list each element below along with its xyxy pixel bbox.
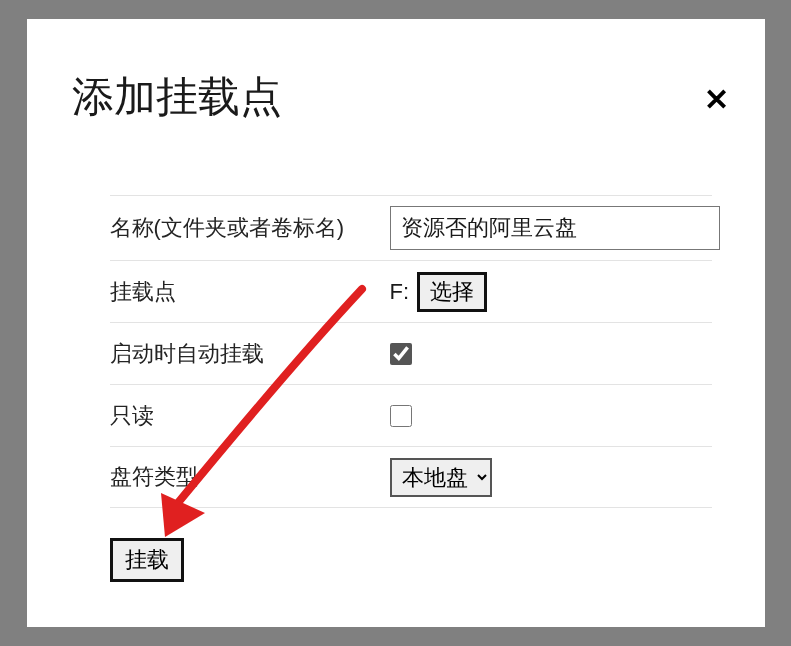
mount-form: 名称(文件夹或者卷标名) 挂载点 F: 选择 启动时自动挂载 只读 xyxy=(110,195,712,508)
add-mountpoint-modal: 添加挂载点 ✕ 名称(文件夹或者卷标名) 挂载点 F: 选择 启动时自动挂载 只… xyxy=(27,19,765,627)
row-name: 名称(文件夹或者卷标名) xyxy=(110,195,712,260)
mountpoint-label: 挂载点 xyxy=(110,277,390,307)
automount-label: 启动时自动挂载 xyxy=(110,339,390,369)
drive-letter: F: xyxy=(390,279,410,305)
automount-checkbox[interactable] xyxy=(390,343,412,365)
row-readonly: 只读 xyxy=(110,384,712,446)
name-input[interactable] xyxy=(390,206,720,250)
drivetype-select[interactable]: 本地盘 xyxy=(390,458,492,497)
close-icon[interactable]: ✕ xyxy=(704,85,729,115)
readonly-checkbox[interactable] xyxy=(390,405,412,427)
drivetype-label: 盘符类型 xyxy=(110,462,390,492)
mount-button[interactable]: 挂载 xyxy=(110,538,184,582)
name-label: 名称(文件夹或者卷标名) xyxy=(110,213,390,243)
row-automount: 启动时自动挂载 xyxy=(110,322,712,384)
row-drivetype: 盘符类型 本地盘 xyxy=(110,446,712,508)
select-drive-button[interactable]: 选择 xyxy=(417,272,487,312)
row-mountpoint: 挂载点 F: 选择 xyxy=(110,260,712,322)
modal-title: 添加挂载点 xyxy=(72,69,720,125)
readonly-label: 只读 xyxy=(110,401,390,431)
